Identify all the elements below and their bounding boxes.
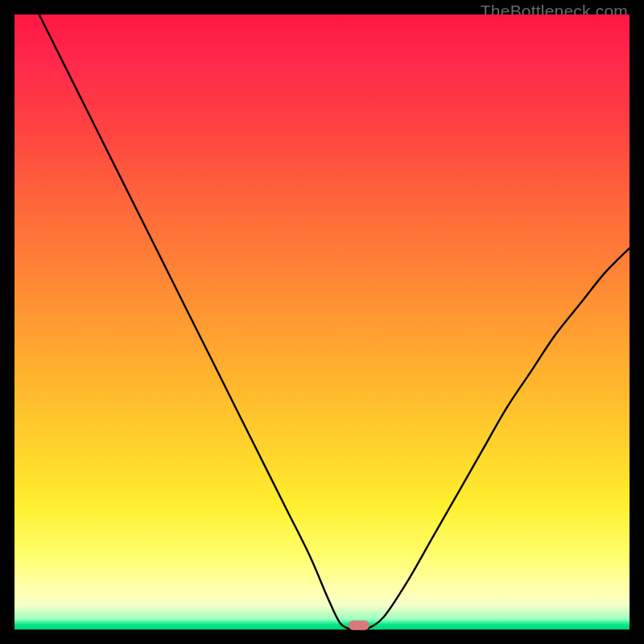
chart-frame: TheBottleneck.com (0, 0, 644, 644)
plot-area (14, 14, 630, 630)
bottleneck-curve (14, 14, 630, 630)
curve-path (39, 14, 630, 630)
optimum-marker (349, 621, 369, 630)
